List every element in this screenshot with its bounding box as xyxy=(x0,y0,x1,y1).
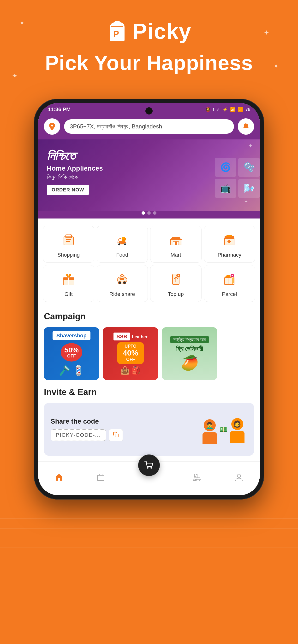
campaign-shavershop[interactable]: Shavershop 50% OFF 🪒 💈 xyxy=(44,327,99,380)
profile-icon xyxy=(235,473,243,482)
mart-icon: MART xyxy=(169,232,183,248)
cart-fab-button[interactable] xyxy=(138,454,160,476)
rideshare-icon xyxy=(115,271,129,288)
banner-dot-1[interactable] xyxy=(141,211,145,215)
svg-point-46 xyxy=(147,467,148,468)
svg-rect-17 xyxy=(170,238,182,240)
campaign-title: Campaign xyxy=(44,312,254,322)
status-icons: 🔕 f ✓ ⚡ 📶 📶 76 xyxy=(205,107,250,112)
nav-orders[interactable] xyxy=(193,473,202,482)
mango-emoji: 🥭 xyxy=(181,354,199,371)
nav-shop[interactable] xyxy=(96,473,105,482)
appliance-tv: 📺 xyxy=(215,179,236,198)
svg-rect-5 xyxy=(67,234,67,235)
campaign-cards: Shavershop 50% OFF 🪒 💈 xyxy=(44,327,254,380)
appliance-fan: 🌬️ xyxy=(238,179,260,198)
invite-share-title: Share the code xyxy=(51,418,199,425)
invite-title: Invite & Earn xyxy=(44,387,254,397)
app-header: P Picky Pick Your Happiness xyxy=(0,0,298,84)
bottom-decoration xyxy=(0,500,298,548)
nav-cart-spacer xyxy=(138,466,160,488)
category-mart[interactable]: MART Mart xyxy=(150,226,202,262)
category-pharmacy[interactable]: + Pharmacy xyxy=(204,226,255,262)
shopping-icon xyxy=(61,232,76,248)
svg-text:+: + xyxy=(178,274,179,277)
category-parcel[interactable]: ♥ Parcel xyxy=(204,265,255,302)
invite-code-box: PICKY-CODE-... xyxy=(51,429,106,441)
appliance-grid: 🌀 🫧 📺 🌬️ xyxy=(215,158,260,198)
category-shopping[interactable]: Shopping xyxy=(43,226,94,262)
banner-title: নিশ্চিতে xyxy=(47,149,159,163)
invite-code-row: PICKY-CODE-... xyxy=(51,429,199,441)
parcel-label: Parcel xyxy=(222,291,237,297)
mart-label: Mart xyxy=(171,252,181,258)
orders-icon xyxy=(193,473,202,482)
appliance-fridge: 🌀 xyxy=(215,158,236,177)
shopping-label: Shopping xyxy=(57,252,80,258)
parcel-icon: ♥ xyxy=(222,271,237,288)
app-logo-row: P Picky xyxy=(106,19,191,44)
svg-point-31 xyxy=(118,281,121,284)
pharmacy-label: Pharmacy xyxy=(218,252,241,258)
nav-home[interactable] xyxy=(55,473,63,482)
svg-rect-33 xyxy=(120,278,124,280)
pharmacy-icon: + xyxy=(222,232,237,248)
ssb-brand: SSB Leather xyxy=(113,332,147,340)
location-button[interactable] xyxy=(44,118,60,135)
battery-icon: 76 xyxy=(245,107,250,112)
order-now-button[interactable]: ORDER NOW xyxy=(47,185,89,195)
mango-header: সবার্বৃত্ত ঈশ্বরণোর আম xyxy=(170,336,209,343)
svg-point-12 xyxy=(124,243,126,246)
food-icon xyxy=(115,232,129,248)
category-gift[interactable]: Gift xyxy=(43,265,94,302)
svg-point-11 xyxy=(118,243,120,246)
category-rideshare[interactable]: Ride share xyxy=(97,265,148,302)
svg-rect-16 xyxy=(175,242,177,245)
search-bar-row: 3P65+7X, দত্তরগাঁও শিবপুর, Bangladesh xyxy=(38,114,260,140)
bell-icon xyxy=(242,122,250,130)
nav-profile[interactable] xyxy=(235,473,243,482)
banner-body: কিনুন পিকি থেকে xyxy=(47,174,159,180)
location-search-input[interactable]: 3P65+7X, দত্তরগাঁও শিবপুর, Bangladesh xyxy=(64,119,234,134)
svg-rect-44 xyxy=(115,434,118,437)
app-name: Picky xyxy=(132,19,191,44)
mango-offer: ফ্রি ডেলিভারী xyxy=(176,345,203,352)
svg-text:P: P xyxy=(113,29,119,39)
grid-decoration xyxy=(0,500,298,548)
categories-row-1: Shopping xyxy=(43,226,255,262)
svg-rect-13 xyxy=(122,239,125,242)
banner-appliances: 🌀 🫧 📺 🌬️ xyxy=(152,142,260,211)
status-time: 11:36 PM xyxy=(48,106,71,112)
campaign-mango[interactable]: সবার্বৃত্ত ঈশ্বরণোর আম ফ্রি ডেলিভারী 🥭 xyxy=(162,327,217,380)
shavershop-brand: Shavershop xyxy=(53,331,90,340)
svg-rect-6 xyxy=(70,234,71,235)
invite-card: Share the code PICKY-CODE-... xyxy=(44,403,254,456)
home-icon xyxy=(55,473,63,482)
campaign-ssb[interactable]: SSB Leather UPTO 40% OFF 👜 🎒 xyxy=(103,327,158,380)
shop-nav-icon xyxy=(96,473,105,482)
invite-section: Invite & Earn Share the code PICKY-CODE-… xyxy=(38,385,260,462)
category-food[interactable]: Food xyxy=(97,226,148,262)
check-icon: ✓ xyxy=(216,107,220,112)
svg-point-32 xyxy=(123,281,126,284)
notification-button[interactable] xyxy=(238,118,254,135)
campaign-section: Campaign Shavershop 50% OFF 🪒 💈 xyxy=(38,304,260,385)
banner-dot-3[interactable] xyxy=(153,211,157,215)
topup-label: Top up xyxy=(168,291,184,297)
phone-screen: 11:36 PM 🔕 f ✓ ⚡ 📶 📶 76 xyxy=(38,103,260,495)
app-tagline: Pick Your Happiness xyxy=(45,51,253,75)
categories-row-2: Gift xyxy=(43,265,255,302)
category-topup[interactable]: + Top up xyxy=(150,265,202,302)
svg-point-36 xyxy=(123,274,124,276)
invite-copy-button[interactable] xyxy=(109,429,123,441)
location-icon xyxy=(48,122,56,131)
svg-text:♥: ♥ xyxy=(231,274,233,277)
svg-rect-21 xyxy=(226,235,232,237)
banner-dot-2[interactable] xyxy=(147,211,151,215)
svg-rect-45 xyxy=(97,475,104,480)
svg-text:MART: MART xyxy=(174,234,181,237)
bottom-nav xyxy=(38,462,260,495)
bluetooth-icon: ⚡ xyxy=(222,107,228,112)
phone-wrapper: 11:36 PM 🔕 f ✓ ⚡ 📶 📶 76 xyxy=(0,99,298,500)
facebook-icon: f xyxy=(213,107,214,112)
